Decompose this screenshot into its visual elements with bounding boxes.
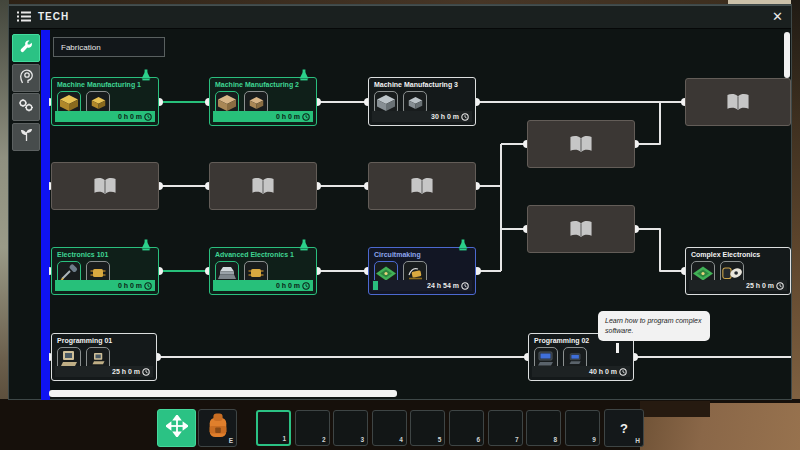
research-time: 0 h 0 m [118, 282, 142, 289]
clock-icon [776, 282, 784, 290]
hotbar-slot-8[interactable]: 8 [526, 410, 561, 446]
help-key-label: H [635, 437, 640, 444]
research-time: 0 h 0 m [276, 282, 300, 289]
hotbar-slot-4[interactable]: 4 [372, 410, 407, 446]
research-time-bar: 24 h 54 m [372, 280, 472, 291]
clock-icon [302, 282, 310, 290]
research-time: 0 h 0 m [118, 113, 142, 120]
close-icon[interactable]: ✕ [772, 10, 783, 23]
clock-icon [461, 113, 469, 121]
wrench-icon [19, 39, 34, 58]
tech-node-title: Circuitmaking [374, 251, 421, 258]
book-icon [686, 79, 790, 125]
research-time: 24 h 54 m [427, 282, 459, 289]
slot-key-label: 4 [399, 436, 403, 443]
research-time-bar: 0 h 0 m [55, 111, 155, 122]
gears-icon [18, 98, 34, 117]
tech-node-title: Machine Manufacturing 2 [215, 81, 299, 88]
horizontal-scrollbar[interactable] [49, 390, 397, 397]
clock-icon [461, 282, 469, 290]
tech-node-unknown-row2-3[interactable] [368, 162, 476, 210]
slot-key-label: 8 [554, 436, 558, 443]
tech-node-title: Programming 01 [57, 337, 112, 344]
plant-icon [19, 127, 34, 146]
tech-node-unknown-top-right[interactable] [685, 78, 791, 126]
book-icon [528, 206, 634, 252]
slot-key-label: 9 [592, 436, 596, 443]
list-menu-icon [17, 8, 31, 26]
sidebar-tab-research[interactable] [12, 64, 40, 92]
slot-key-label: 2 [322, 436, 326, 443]
vertical-scrollbar[interactable] [784, 32, 790, 78]
tech-node-title: Machine Manufacturing 3 [374, 81, 458, 88]
tech-node-title: Programming 02 [534, 337, 589, 344]
tech-node-programming-01[interactable]: Programming 0125 h 0 m [51, 333, 157, 381]
head-gear-icon [19, 68, 34, 88]
sidebar-tab-machines[interactable] [12, 93, 40, 121]
tech-node-machine-manufacturing-2[interactable]: Machine Manufacturing 20 h 0 m [209, 77, 317, 126]
clock-icon [142, 368, 150, 376]
tech-node-unknown-row2-1[interactable] [51, 162, 159, 210]
inventory-key-label: E [229, 437, 233, 444]
progress-sliver [373, 281, 378, 290]
tech-node-unknown-row2-2[interactable] [209, 162, 317, 210]
tech-node-unknown-mid-top[interactable] [527, 120, 635, 168]
clock-icon [302, 113, 310, 121]
research-time: 0 h 0 m [276, 113, 300, 120]
clock-icon [619, 368, 627, 376]
tech-node-advanced-electronics-1[interactable]: Advanced Electronics 10 h 0 m [209, 247, 317, 295]
research-time-bar: 25 h 0 m [689, 280, 787, 291]
research-time-bar: 0 h 0 m [213, 111, 313, 122]
hotbar-slot-1[interactable]: 1 [256, 410, 291, 446]
tech-node-machine-manufacturing-1[interactable]: Machine Manufacturing 10 h 0 m [51, 77, 159, 126]
research-flask-icon [298, 67, 310, 79]
book-icon [210, 163, 316, 209]
panel-title: TECH [38, 11, 69, 22]
hotbar-slot-6[interactable]: 6 [449, 410, 484, 446]
slot-key-label: 6 [476, 436, 480, 443]
book-icon [369, 163, 475, 209]
tech-node-complex-electronics[interactable]: Complex Electronics25 h 0 m [685, 247, 791, 295]
slot-key-label: 7 [515, 436, 519, 443]
hotbar-slot-3[interactable]: 3 [333, 410, 368, 446]
tech-node-machine-manufacturing-3[interactable]: Machine Manufacturing 330 h 0 m [368, 77, 476, 126]
research-flask-icon [457, 237, 469, 249]
backpack-icon [206, 412, 230, 444]
tech-node-electronics-101[interactable]: Electronics 1010 h 0 m [51, 247, 159, 295]
tech-node-title: Electronics 101 [57, 251, 108, 258]
panel-header: TECH ✕ [9, 5, 791, 29]
sidebar-tab-fabrication[interactable] [12, 34, 40, 62]
tooltip-text: Learn how to program complex software. [605, 317, 702, 334]
tech-node-circuitmaking[interactable]: Circuitmaking24 h 54 m [368, 247, 476, 295]
slot-key-label: 5 [438, 436, 442, 443]
research-time-bar: 40 h 0 m [532, 366, 630, 377]
tech-tree-viewport[interactable]: Machine Manufacturing 10 h 0 mMachine Ma… [49, 30, 799, 400]
slot-key-label: 1 [282, 435, 286, 442]
research-time: 30 h 0 m [431, 113, 459, 120]
research-time: 25 h 0 m [112, 368, 140, 375]
inventory-button[interactable]: E [198, 409, 237, 447]
research-time-bar: 25 h 0 m [55, 366, 153, 377]
book-icon [52, 163, 158, 209]
hotbar-slot-2[interactable]: 2 [295, 410, 330, 446]
sidebar-tab-agriculture[interactable] [12, 123, 40, 151]
game-world-shelf [640, 401, 710, 417]
hotbar-slot-5[interactable]: 5 [410, 410, 445, 446]
research-time-bar: 0 h 0 m [55, 280, 155, 291]
research-time: 25 h 0 m [746, 282, 774, 289]
tech-node-title: Complex Electronics [691, 251, 760, 258]
tech-node-title: Machine Manufacturing 1 [57, 81, 141, 88]
research-time: 40 h 0 m [589, 368, 617, 375]
tooltip: Learn how to program complex software. [598, 311, 710, 341]
tooltip-tail [616, 343, 619, 353]
research-flask-icon [298, 237, 310, 249]
book-icon [528, 121, 634, 167]
research-flask-icon [140, 237, 152, 249]
help-button[interactable]: ? H [604, 409, 644, 447]
hotbar-slot-9[interactable]: 9 [565, 410, 600, 446]
research-time-bar: 0 h 0 m [213, 280, 313, 291]
move-tool-button[interactable] [157, 409, 196, 447]
hotbar-slot-7[interactable]: 7 [488, 410, 523, 446]
help-question-label: ? [620, 421, 628, 436]
tech-node-unknown-mid-bottom[interactable] [527, 205, 635, 253]
